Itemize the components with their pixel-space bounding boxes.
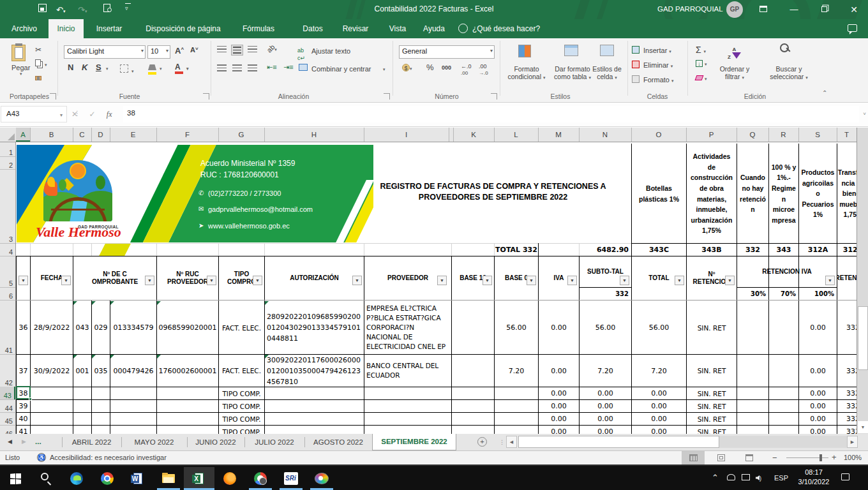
bold-button[interactable]: N xyxy=(68,63,73,72)
cell-numret-41[interactable]: SIN. RET xyxy=(687,301,737,354)
word-icon[interactable]: W xyxy=(123,467,153,490)
wrap-text-label[interactable]: Ajustar texto xyxy=(311,47,350,55)
collapse-ribbon-icon[interactable]: ⌃ xyxy=(822,89,827,96)
comment-icon[interactable] xyxy=(848,24,857,32)
tab-vista[interactable]: Vista xyxy=(383,19,412,38)
row-header-2[interactable]: 2 xyxy=(0,156,15,169)
tray-volume-icon[interactable]: ) xyxy=(756,473,761,482)
account-name[interactable]: GAD PARROQUIAL xyxy=(657,5,723,13)
currency-icon[interactable]: $▾ xyxy=(402,64,412,71)
row-header-41[interactable]: 41 xyxy=(0,301,15,354)
firefox-icon[interactable] xyxy=(214,467,245,490)
close-button[interactable]: ✕ xyxy=(839,0,868,19)
scroll-down-icon[interactable]: ▼ xyxy=(858,421,868,433)
hscroll-left-icon[interactable]: ◀ xyxy=(506,436,517,448)
cell-fecha-42[interactable]: 30/9/2022 xyxy=(31,355,73,387)
cell-numret-43[interactable]: SIN. RET xyxy=(687,387,737,399)
align-middle-icon[interactable] xyxy=(231,45,243,56)
row-header-43[interactable]: 43 xyxy=(0,387,15,399)
filter-dropdown-B[interactable]: ▼ xyxy=(61,276,71,285)
edge-icon[interactable] xyxy=(61,467,92,490)
tab-ayuda[interactable]: Ayuda xyxy=(417,19,451,38)
cell-autorizacion-41[interactable]: 280920220109685990200 012043029013334579… xyxy=(265,301,364,354)
cell-A44[interactable]: 39 xyxy=(17,400,30,412)
decrease-indent-icon[interactable]: ⇤≡ xyxy=(267,63,277,71)
spreadsheet-grid[interactable]: GAD PARROQUIAL Valle Hermoso Acuerdo Min… xyxy=(0,142,868,434)
tab-insertar[interactable]: Insertar xyxy=(89,19,129,38)
column-header-D[interactable]: D xyxy=(91,128,110,142)
search-icon[interactable] xyxy=(31,467,61,490)
restore-button[interactable] xyxy=(809,0,839,19)
fill-color-icon[interactable]: ▾ xyxy=(148,64,156,75)
cell-fecha-41[interactable]: 28/9/2022 xyxy=(31,301,73,354)
copy-icon[interactable]: ▾ xyxy=(35,59,47,68)
column-header-L[interactable]: L xyxy=(494,128,538,142)
align-bottom-icon[interactable] xyxy=(248,46,257,54)
decrease-font-icon[interactable]: A˅ xyxy=(190,46,198,54)
tray-clock[interactable]: 08:173/10/2022 xyxy=(791,468,836,487)
find-select-icon[interactable] xyxy=(780,43,789,54)
decrease-decimal-icon[interactable]: .00→.0 xyxy=(479,63,488,76)
column-header-F[interactable]: F xyxy=(156,128,218,142)
wrap-text-button[interactable]: abc↵ xyxy=(297,46,305,61)
cell-iva-43[interactable]: 0.00 xyxy=(539,387,579,399)
column-header-A[interactable]: A xyxy=(16,128,30,142)
selection-fill-handle[interactable] xyxy=(29,397,32,401)
sheet-tab-agosto-2022[interactable]: AGOSTO 2022 xyxy=(304,434,372,450)
cell-ret100-46[interactable]: 0.00 xyxy=(799,426,837,434)
delete-cells-label[interactable]: Eliminar ▾ xyxy=(643,61,673,69)
sheet-tabs-overflow[interactable]: ... xyxy=(35,434,48,450)
cell-total-46[interactable]: 0.00 xyxy=(632,426,686,434)
fx-icon[interactable]: fx xyxy=(107,110,112,119)
cell-subtotal-45[interactable]: 0.00 xyxy=(580,413,631,425)
cell-numret-42[interactable]: SIN. RET xyxy=(687,355,737,387)
font-color-icon[interactable]: A▾ xyxy=(175,63,183,74)
fill-icon[interactable]: ↓ ▾ xyxy=(696,59,707,67)
tab-inicio[interactable]: Inicio xyxy=(49,19,84,38)
cut-icon[interactable]: ✂ xyxy=(35,45,41,54)
cell-subtotal-42[interactable]: 7.20 xyxy=(580,355,631,387)
italic-button[interactable]: K xyxy=(82,63,87,72)
merge-center-label[interactable]: Combinar y centrar xyxy=(311,65,371,73)
sheet-tab-abril-2022[interactable]: ABRIL 2022 xyxy=(62,434,121,450)
filter-dropdown-L[interactable]: ▼ xyxy=(527,276,536,285)
cell-iva-45[interactable]: 0.00 xyxy=(539,413,579,425)
font-name-combo[interactable]: Calibri Light▾ xyxy=(64,45,146,59)
row-header-5[interactable]: 5 xyxy=(0,256,15,287)
cell-styles-label[interactable]: Estilos decelda ▾ xyxy=(586,65,628,82)
tray-onedrive-icon[interactable] xyxy=(727,473,735,482)
expand-formula-bar-icon[interactable]: ˅ xyxy=(863,111,866,117)
cell-A45[interactable]: 40 xyxy=(17,413,30,425)
cell-total-42[interactable]: 7.20 xyxy=(632,355,686,387)
row-header-44[interactable]: 44 xyxy=(0,399,15,412)
increase-font-icon[interactable]: A˄ xyxy=(175,46,184,56)
merge-center-icon[interactable] xyxy=(299,64,308,72)
cell-total-43[interactable]: 0.00 xyxy=(632,387,686,399)
portapapeles-dialog-launcher[interactable] xyxy=(50,93,56,100)
tray-language[interactable]: ESP xyxy=(774,474,788,482)
cell-tipo-44[interactable]: TIPO COMP. xyxy=(219,400,264,412)
cell-A46[interactable]: 41 xyxy=(17,426,30,434)
zoom-level[interactable]: 100% xyxy=(844,454,862,461)
sheet-tab-junio-2022[interactable]: JUNIO 2022 xyxy=(187,434,244,450)
cell-comp3-41[interactable]: 013334579 xyxy=(110,301,156,354)
row-header-42[interactable]: 42 xyxy=(0,354,15,387)
cell-comp1-41[interactable]: 043 xyxy=(73,301,91,354)
cell-tipo-46[interactable]: TIPO COMP. xyxy=(219,426,264,434)
filter-dropdown-F[interactable]: ▼ xyxy=(207,276,216,285)
tab-disposicion[interactable]: Disposición de página xyxy=(138,19,228,38)
underline-dropdown[interactable]: ▾ xyxy=(106,66,108,71)
vertical-scrollbar[interactable]: ▼ xyxy=(857,128,868,434)
cell-styles-icon[interactable] xyxy=(600,45,614,57)
tell-me-box[interactable]: ¿Qué desea hacer? xyxy=(472,19,555,38)
chrome-icon[interactable] xyxy=(92,467,123,490)
minimize-button[interactable]: — xyxy=(779,0,809,19)
view-layout-icon[interactable] xyxy=(710,451,733,464)
column-header-T[interactable]: T xyxy=(837,128,857,142)
format-painter-icon[interactable] xyxy=(35,74,41,82)
column-header-R[interactable]: R xyxy=(768,128,798,142)
zoom-in-icon[interactable]: + xyxy=(832,452,837,462)
zoom-slider-thumb[interactable] xyxy=(819,454,822,461)
filter-dropdown-H[interactable]: ▼ xyxy=(352,276,362,285)
cell-proveedor-42[interactable]: BANCO CENTRAL DEL ECUADOR xyxy=(364,355,451,387)
